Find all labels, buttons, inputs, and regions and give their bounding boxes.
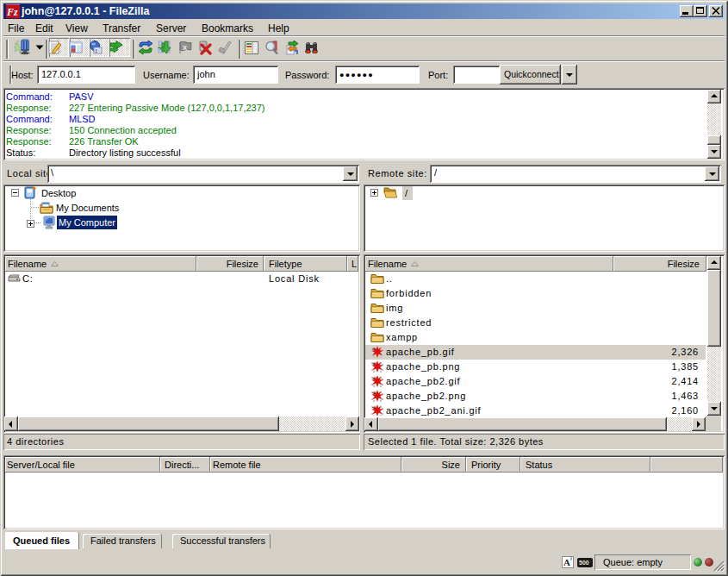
svg-text:x: x — [183, 43, 187, 52]
svg-text:Fz: Fz — [6, 6, 18, 18]
svg-text:A: A — [563, 557, 570, 567]
